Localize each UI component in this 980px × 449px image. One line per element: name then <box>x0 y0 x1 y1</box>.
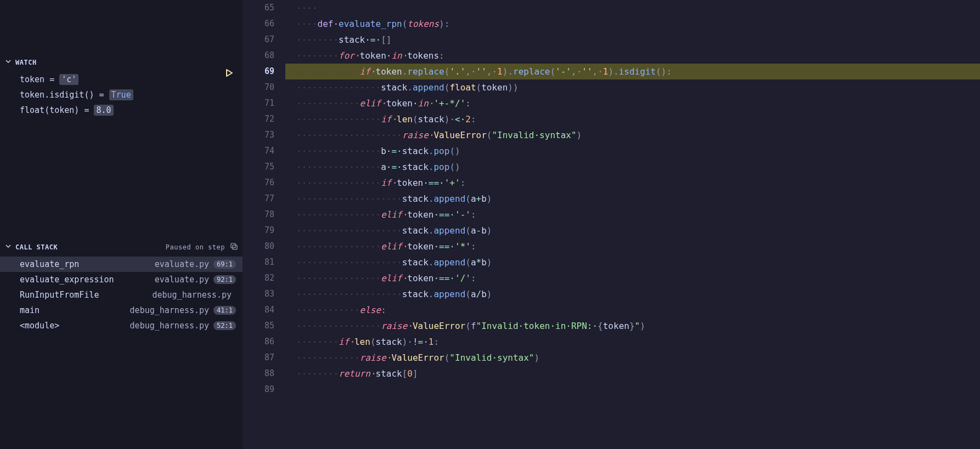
token: stack <box>376 337 402 347</box>
line-number[interactable]: 75 <box>243 159 274 175</box>
code-line[interactable]: ················b·=·stack.pop() <box>285 143 980 159</box>
line-number[interactable]: 80 <box>243 238 274 254</box>
whitespace: ················ <box>296 321 381 331</box>
line-number[interactable]: 76 <box>243 175 274 191</box>
watch-item[interactable]: token = 'c' <box>20 72 243 87</box>
watch-value: 'c' <box>59 74 78 85</box>
code-line[interactable]: ········return·stack[0] <box>285 366 980 382</box>
code-editor[interactable]: 6566676869707172737475767778798081828384… <box>243 0 980 449</box>
token: append <box>433 289 465 299</box>
line-number[interactable]: 82 <box>243 270 274 286</box>
call-stack-section-header[interactable]: CALL STACK Paused on step <box>0 238 243 255</box>
code-line[interactable]: ········stack·=·[] <box>285 32 980 48</box>
copy-stack-icon[interactable] <box>229 242 238 252</box>
line-number[interactable]: 74 <box>243 143 274 159</box>
line-number[interactable]: 71 <box>243 95 274 111</box>
line-number[interactable]: 68 <box>243 48 274 64</box>
svg-rect-1 <box>233 245 237 249</box>
token: : <box>471 209 476 220</box>
code-line[interactable]: ············raise·ValueError("Invalid·sy… <box>285 350 980 366</box>
whitespace: ················ <box>296 82 381 93</box>
stack-frame[interactable]: <module>debug_harness.py52:1 <box>0 318 243 333</box>
code-line[interactable]: ················elif·token·==·'/': <box>285 270 980 286</box>
line-number[interactable]: 66 <box>243 16 274 32</box>
code-line[interactable]: ················if·token·==·'+': <box>285 175 980 191</box>
code-line[interactable]: ····def·evaluate_rpn(tokens): <box>285 16 980 32</box>
watch-section-header[interactable]: WATCH <box>0 55 243 70</box>
stack-frame[interactable]: RunInputFromFiledebug_harness.py <box>0 287 243 303</box>
code-line[interactable]: ············else: <box>285 302 980 318</box>
whitespace: ················ <box>296 146 381 156</box>
token: ) <box>487 289 492 299</box>
whitespace: ················ <box>296 241 381 252</box>
token: b· <box>381 146 391 156</box>
line-number[interactable]: 88 <box>243 366 274 382</box>
token: stack <box>402 289 429 299</box>
token: ) <box>577 130 582 140</box>
token: ) <box>608 66 613 77</box>
code-line[interactable] <box>285 382 980 397</box>
line-number[interactable]: 67 <box>243 32 274 48</box>
line-number[interactable]: 77 <box>243 191 274 207</box>
token: )· <box>402 337 413 347</box>
token: else <box>360 305 381 315</box>
token: "Invalid·syntax" <box>449 353 534 363</box>
code-line[interactable]: ····················stack.append(a/b) <box>285 286 980 302</box>
line-number[interactable]: 81 <box>243 254 274 270</box>
line-number[interactable]: 85 <box>243 318 274 334</box>
token: b <box>481 225 487 236</box>
token: ( <box>465 194 471 204</box>
token: elif· <box>381 241 407 252</box>
code-line[interactable]: ················a·=·stack.pop() <box>285 159 980 175</box>
line-number[interactable]: 84 <box>243 302 274 318</box>
line-number[interactable]: 86 <box>243 334 274 350</box>
code-line[interactable]: ····················stack.append(a-b) <box>285 223 980 238</box>
line-number[interactable]: 72 <box>243 111 274 127</box>
token: } <box>629 321 635 331</box>
token: raise· <box>402 130 434 140</box>
code-line[interactable]: ············elif·token·in·'+-*/': <box>285 95 980 111</box>
token: token· <box>407 209 439 220</box>
code-line[interactable]: ················elif·token·==·'-': <box>285 207 980 223</box>
code-line[interactable]: ····················stack.append(a+b) <box>285 191 980 207</box>
watch-value: 8.0 <box>94 105 113 116</box>
line-number[interactable]: 78 <box>243 207 274 223</box>
token: a <box>471 257 476 268</box>
line-number[interactable]: 70 <box>243 79 274 95</box>
token: : <box>471 241 476 252</box>
code-line[interactable]: ················elif·token·==·'*': <box>285 238 980 254</box>
code-line[interactable]: ····················raise·ValueError("In… <box>285 127 980 143</box>
code-line[interactable]: ················if·len(stack)·<·2: <box>285 111 980 127</box>
code-line[interactable]: ············if·token.replace('.',·'',·1)… <box>285 64 980 79</box>
line-number[interactable]: 87 <box>243 350 274 366</box>
stack-function: evaluate_expression <box>20 275 155 285</box>
stack-frame[interactable]: evaluate_expressionevaluate.py92:1 <box>0 272 243 287</box>
stack-frame[interactable]: maindebug_harness.py41:1 <box>0 303 243 318</box>
token: token· <box>407 241 439 252</box>
code-line[interactable]: ····················stack.append(a*b) <box>285 254 980 270</box>
code-line[interactable]: ········if·len(stack)·!=·1: <box>285 334 980 350</box>
line-number[interactable]: 83 <box>243 286 274 302</box>
whitespace: ········ <box>296 50 339 61</box>
code-line[interactable]: ···· <box>285 0 980 16</box>
stack-frame[interactable]: evaluate_rpnevaluate.py69:1 <box>0 257 243 272</box>
watch-item[interactable]: float(token) = 8.0 <box>20 103 243 118</box>
line-number[interactable]: 79 <box>243 223 274 238</box>
line-number[interactable]: 73 <box>243 127 274 143</box>
token: ) <box>455 146 460 156</box>
whitespace: ···· <box>296 3 318 13</box>
line-number[interactable]: 65 <box>243 0 274 16</box>
watch-item[interactable]: token.isdigit() = True <box>20 87 243 103</box>
token: : <box>434 337 440 347</box>
code-area[interactable]: ········def·evaluate_rpn(tokens):·······… <box>285 0 980 449</box>
token: in· <box>391 50 407 61</box>
code-line[interactable]: ················stack.append(float(token… <box>285 79 980 95</box>
chevron-down-icon <box>4 243 12 251</box>
watch-expression: token.isdigit() <box>20 90 94 100</box>
whitespace: ············ <box>296 353 360 363</box>
code-line[interactable]: ········for·token·in·tokens: <box>285 48 980 64</box>
line-number[interactable]: 89 <box>243 382 274 397</box>
line-number[interactable]: 69 <box>243 64 274 79</box>
code-line[interactable]: ················raise·ValueError(f"Inval… <box>285 318 980 334</box>
token: token <box>603 321 629 331</box>
